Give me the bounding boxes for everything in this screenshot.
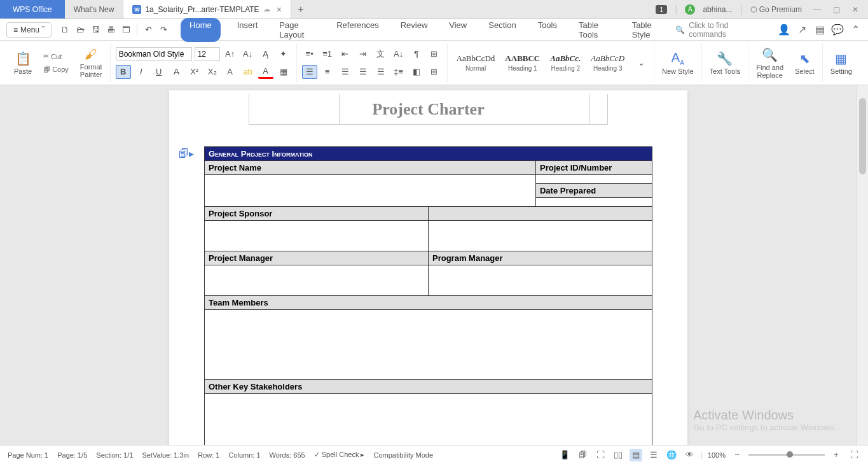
view-web-icon[interactable]: 🌐 xyxy=(665,449,678,461)
bullets-button[interactable]: ≡• xyxy=(302,47,317,61)
sort-button[interactable]: A↓ xyxy=(391,47,406,61)
tab-section[interactable]: Section xyxy=(483,18,521,42)
cell-program-manager-value[interactable] xyxy=(429,265,652,296)
tab-stops-button[interactable]: ⊞ xyxy=(427,65,442,79)
tab-review[interactable]: Review xyxy=(396,18,433,42)
user-name-label[interactable]: abhina... xyxy=(703,5,732,14)
text-direction-button[interactable]: 文 xyxy=(373,47,389,61)
task-pane-icon[interactable]: ▤ xyxy=(813,24,826,36)
cell-project-id-value[interactable] xyxy=(535,175,652,184)
copy-button[interactable]: 🗐Copy xyxy=(41,64,71,74)
character-effects-icon[interactable]: ✦ xyxy=(276,47,291,61)
view-fullscreen-icon[interactable]: ⛶ xyxy=(594,449,607,461)
tab-close-icon[interactable]: × xyxy=(277,4,282,15)
status-page[interactable]: Page: 1/5 xyxy=(57,451,87,459)
cell-project-manager-value[interactable] xyxy=(205,265,429,296)
align-left-button[interactable]: ☰ xyxy=(302,65,317,79)
fit-page-icon[interactable]: ⛶ xyxy=(848,449,860,461)
zoom-slider[interactable] xyxy=(748,454,825,456)
style-heading2[interactable]: AaBbCc.Heading 2 xyxy=(546,52,584,73)
underline-button[interactable]: U xyxy=(151,65,167,79)
decrease-font-icon[interactable]: A↓ xyxy=(240,47,256,61)
decrease-indent-button[interactable]: ⇤ xyxy=(338,47,353,61)
zoom-percent[interactable]: 100% xyxy=(708,451,726,459)
vertical-scrollbar[interactable] xyxy=(857,85,868,445)
user-avatar[interactable]: A xyxy=(685,4,695,15)
view-print-icon[interactable]: 🗐 xyxy=(576,449,589,461)
print-preview-icon[interactable]: 🗔 xyxy=(119,23,133,37)
table-properties-icon[interactable]: 🗐▸ xyxy=(179,148,194,160)
status-row[interactable]: Row: 1 xyxy=(198,451,219,459)
styles-more-icon[interactable]: ⌄ xyxy=(633,56,649,70)
show-marks-button[interactable]: ¶ xyxy=(409,47,424,61)
zoom-in-button[interactable]: + xyxy=(830,449,843,461)
window-maximize-button[interactable]: ▢ xyxy=(829,3,844,16)
find-replace-button[interactable]: 🔍 Find and Replace xyxy=(754,46,786,80)
strikethrough-button[interactable]: A̶ xyxy=(169,65,184,79)
new-tab-button[interactable]: + xyxy=(291,0,310,18)
tab-document[interactable]: W 1a_Solarity_Pr...arter-TEMPLATE ☁ × xyxy=(123,0,291,18)
window-minimize-button[interactable]: — xyxy=(809,3,825,16)
view-reading-icon[interactable]: ▯▯ xyxy=(612,449,624,461)
status-setvalue[interactable]: SetValue: 1.3in xyxy=(142,451,189,459)
main-menu-button[interactable]: ≡ Menu ˇ xyxy=(6,22,52,38)
style-normal[interactable]: AaBbCcDdNormal xyxy=(453,52,499,73)
cell-team-members-value[interactable] xyxy=(205,310,652,380)
collapse-ribbon-icon[interactable]: ⌃ xyxy=(849,24,862,36)
subscript-button[interactable]: X₂ xyxy=(205,65,220,79)
superscript-button[interactable]: X² xyxy=(187,65,202,79)
tab-table-tools[interactable]: Table Tools xyxy=(574,18,616,42)
view-page-icon[interactable]: ▤ xyxy=(630,449,642,461)
notification-badge[interactable]: 1 xyxy=(656,5,667,14)
new-file-icon[interactable]: 🗋 xyxy=(58,23,72,37)
document-page[interactable]: Project Charter 🗐▸ General Project Infor… xyxy=(169,90,687,445)
italic-button[interactable]: I xyxy=(134,65,149,79)
tab-whats-new[interactable]: What's New xyxy=(65,0,124,18)
project-charter-table[interactable]: General Project Information Project Name… xyxy=(204,146,652,445)
font-size-select[interactable] xyxy=(195,47,220,61)
status-page-num[interactable]: Page Num: 1 xyxy=(8,451,48,459)
cell-date-prepared-value[interactable] xyxy=(535,198,652,207)
window-close-button[interactable]: ✕ xyxy=(848,3,863,16)
align-center-button[interactable]: ≡ xyxy=(320,65,335,79)
undo-icon[interactable]: ↶ xyxy=(141,23,155,37)
shading-button[interactable]: ▦ xyxy=(276,65,291,79)
scroll-thumb[interactable] xyxy=(859,98,866,174)
clear-format-icon[interactable]: Ą xyxy=(258,47,273,61)
text-tools-button[interactable]: 🔧 Text Tools xyxy=(707,50,743,76)
tab-references[interactable]: References xyxy=(331,18,383,42)
bold-button[interactable]: B xyxy=(116,65,131,79)
font-color-button[interactable]: A xyxy=(258,65,273,79)
cell-sponsor-right-value[interactable] xyxy=(429,221,652,251)
cell-project-name-value[interactable] xyxy=(205,175,536,207)
print-icon[interactable]: 🖶 xyxy=(104,23,118,37)
tab-home[interactable]: Home xyxy=(181,18,221,42)
shading-color-button[interactable]: ◧ xyxy=(409,65,424,79)
tab-view[interactable]: View xyxy=(444,18,472,42)
cell-sponsor-value[interactable] xyxy=(205,221,429,251)
tab-insert[interactable]: Insert xyxy=(232,18,263,42)
select-button[interactable]: ⬉ Select xyxy=(792,50,817,76)
status-column[interactable]: Column: 1 xyxy=(228,451,260,459)
increase-font-icon[interactable]: A↑ xyxy=(223,47,238,61)
view-eye-icon[interactable]: 👁 xyxy=(683,449,696,461)
status-compat-mode[interactable]: Compatibility Mode xyxy=(373,451,433,459)
user-share-icon[interactable]: 👤 xyxy=(778,24,790,36)
cell-stakeholders-value[interactable] xyxy=(205,394,652,446)
align-justify-button[interactable]: ☰ xyxy=(355,65,371,79)
tab-page-layout[interactable]: Page Layout xyxy=(274,18,320,42)
save-icon[interactable]: 🖫 xyxy=(88,23,102,37)
go-premium-button[interactable]: ⬡ Go Premium xyxy=(750,5,802,14)
increase-indent-button[interactable]: ⇥ xyxy=(355,47,371,61)
view-outline-icon[interactable]: ☰ xyxy=(647,449,660,461)
font-name-select[interactable] xyxy=(116,47,192,61)
format-painter-button[interactable]: 🖌 Format Painter xyxy=(78,46,105,80)
numbering-button[interactable]: ≡1 xyxy=(320,47,335,61)
status-section[interactable]: Section: 1/1 xyxy=(96,451,133,459)
tab-table-style[interactable]: Table Style xyxy=(627,18,668,42)
cut-button[interactable]: ✂Cut xyxy=(41,51,71,62)
line-spacing-button[interactable]: ‡≡ xyxy=(391,65,406,79)
document-scroll-area[interactable]: Project Charter 🗐▸ General Project Infor… xyxy=(0,85,857,445)
paste-button[interactable]: 📋 Paste xyxy=(11,50,34,76)
command-search-input[interactable]: 🔍 Click to find commands xyxy=(670,21,768,39)
